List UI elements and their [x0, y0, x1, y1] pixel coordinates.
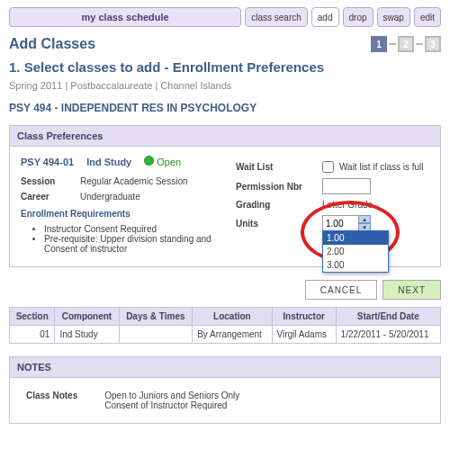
class-type: Ind Study [86, 157, 131, 167]
prefs-left: PSY 494-01 Ind Study Open SessionRegular… [21, 156, 214, 254]
notes-panel: Class Notes Open to Juniors and Seniors … [9, 378, 441, 424]
step-dash [416, 43, 423, 45]
step-indicator: 1 2 3 [371, 36, 441, 52]
cell-component: Ind Study [55, 326, 119, 344]
cancel-button[interactable]: CANCEL [305, 280, 378, 300]
units-dropdown[interactable]: 1.00 2.00 3.00 [322, 230, 389, 273]
nav-add[interactable]: add [311, 7, 339, 27]
col-component: Component [55, 308, 119, 326]
prefs-right: Wait List Wait list if class is full Per… [236, 156, 429, 254]
course-title: PSY 494 - INDEPENDENT RES IN PSYCHOLOGY [9, 102, 441, 114]
units-option[interactable]: 3.00 [323, 258, 388, 272]
career-label: Career [21, 192, 80, 202]
status-open: Open [144, 156, 181, 167]
class-preferences-head: Class Preferences [9, 125, 441, 147]
career-value: Undergraduate [80, 192, 140, 202]
table-row: 01 Ind Study By Arrangement Virgil Adams… [10, 326, 441, 344]
class-notes-line: Open to Juniors and Seniors Only [104, 391, 239, 400]
nav-my-schedule[interactable]: my class schedule [9, 7, 241, 27]
class-sections-table: Section Component Days & Times Location … [9, 307, 441, 344]
requirement-item: Pre-requisite: Upper division standing a… [44, 234, 214, 254]
cell-instructor: Virgil Adams [272, 326, 336, 344]
nav-edit[interactable]: edit [414, 7, 441, 27]
units-label: Units [236, 219, 322, 229]
col-instructor: Instructor [272, 308, 336, 326]
step-3: 3 [425, 36, 441, 52]
cell-section: 01 [10, 326, 55, 344]
status-open-label: Open [157, 157, 181, 167]
chevron-up-icon[interactable]: ▲ [358, 215, 371, 223]
step-1: 1 [371, 36, 387, 52]
col-days-times: Days & Times [119, 308, 193, 326]
status-open-icon [144, 156, 154, 166]
cell-start-end: 1/22/2011 - 5/20/2011 [336, 326, 440, 344]
step-dash [389, 43, 396, 45]
cell-location: By Arrangement [193, 326, 272, 344]
requirement-item: Instructor Consent Required [44, 224, 214, 234]
notes-head: NOTES [9, 356, 441, 378]
class-preferences-panel: PSY 494-01 Ind Study Open SessionRegular… [9, 147, 441, 267]
cell-days-times [119, 326, 193, 344]
class-notes-line: Consent of Instructor Required [104, 400, 239, 410]
step-2: 2 [398, 36, 414, 52]
units-option[interactable]: 1.00 [323, 231, 388, 245]
nav-class-search[interactable]: class search [245, 7, 308, 27]
nav-swap[interactable]: swap [377, 7, 410, 27]
subtitle: 1. Select classes to add - Enrollment Pr… [9, 59, 441, 75]
permission-nbr-input[interactable] [322, 178, 371, 194]
session-value: Regular Academic Session [80, 176, 188, 186]
nav-drop[interactable]: drop [343, 7, 374, 27]
term-meta: Spring 2011 | Postbaccalaureate | Channe… [9, 80, 441, 91]
class-code: PSY 494-01 [21, 157, 74, 167]
col-location: Location [193, 308, 272, 326]
session-label: Session [21, 176, 80, 186]
waitlist-checkbox[interactable] [322, 161, 334, 173]
enrollment-requirements-list: Instructor Consent Required Pre-requisit… [21, 224, 214, 254]
permission-nbr-label: Permission Nbr [236, 182, 322, 192]
col-section: Section [10, 308, 55, 326]
waitlist-label: Wait List [236, 162, 322, 172]
waitlist-text: Wait list if class is full [339, 162, 424, 172]
units-option[interactable]: 2.00 [323, 245, 388, 258]
grading-value: Letter Grade [322, 200, 373, 210]
top-nav: my class schedule class search add drop … [9, 7, 441, 27]
grading-label: Grading [236, 200, 322, 210]
class-notes-label: Class Notes [26, 391, 77, 410]
col-start-end: Start/End Date [336, 308, 440, 326]
units-spinner[interactable]: ▲▼ [358, 215, 371, 231]
enrollment-requirements-head: Enrollment Requirements [21, 209, 214, 219]
next-button[interactable]: NEXT [382, 280, 441, 300]
